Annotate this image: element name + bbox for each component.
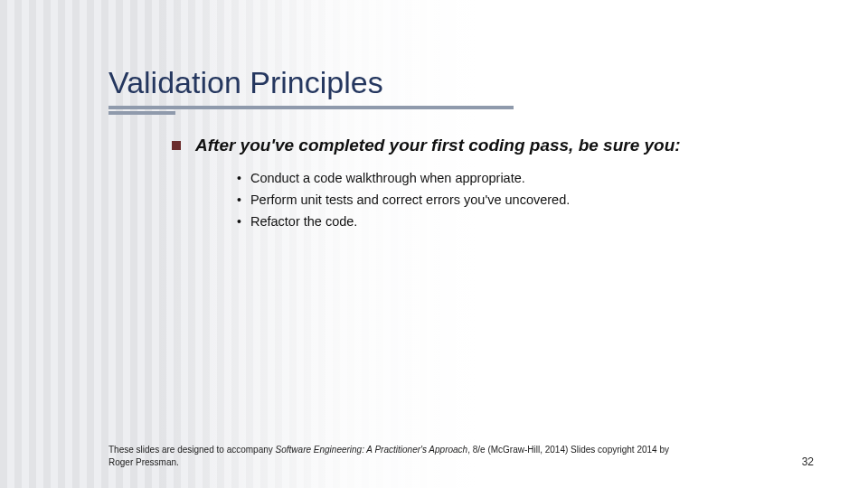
square-bullet-icon (172, 141, 181, 150)
main-bullet-item: After you've completed your first coding… (172, 135, 841, 156)
sub-bullet-text: Refactor the code. (250, 212, 358, 230)
footer: These slides are designed to accompany S… (108, 444, 814, 468)
dot-bullet-icon: • (237, 169, 241, 187)
list-item: • Refactor the code. (237, 212, 841, 230)
list-item: • Perform unit tests and correct errors … (237, 191, 841, 209)
body-block: After you've completed your first coding… (0, 115, 868, 230)
list-item: • Conduct a code walkthrough when approp… (237, 169, 841, 187)
slide: Validation Principles After you've compl… (0, 0, 868, 488)
sub-bullet-text: Conduct a code walkthrough when appropri… (250, 169, 525, 187)
title-underline-long (108, 106, 514, 109)
title-block: Validation Principles (0, 0, 868, 115)
footer-attribution: These slides are designed to accompany S… (108, 444, 687, 468)
sub-bullet-text: Perform unit tests and correct errors yo… (250, 191, 570, 209)
footer-book-title: Software Engineering: A Practitioner's A… (276, 445, 468, 455)
dot-bullet-icon: • (237, 212, 241, 230)
slide-content: Validation Principles After you've compl… (0, 0, 868, 230)
footer-prefix: These slides are designed to accompany (108, 445, 276, 455)
dot-bullet-icon: • (237, 191, 241, 209)
main-bullet-text: After you've completed your first coding… (195, 135, 681, 156)
sub-bullet-list: • Conduct a code walkthrough when approp… (172, 169, 841, 230)
page-number: 32 (802, 455, 814, 468)
slide-title: Validation Principles (108, 65, 868, 100)
